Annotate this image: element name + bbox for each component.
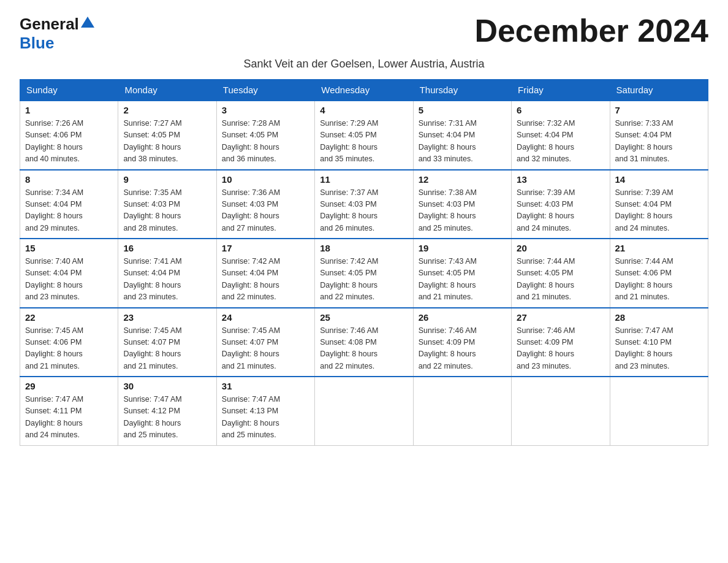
calendar-cell <box>610 377 708 445</box>
day-info: Sunrise: 7:33 AM Sunset: 4:04 PM Dayligh… <box>615 118 703 166</box>
daylight-label: Daylight: 8 hours <box>320 143 377 151</box>
day-number: 8 <box>25 174 113 185</box>
day-number: 9 <box>123 174 211 185</box>
daylight-label: Daylight: 8 hours <box>222 212 279 220</box>
sunrise-time: 7:42 AM <box>351 257 379 266</box>
day-number: 11 <box>320 174 408 185</box>
sunrise-time: 7:26 AM <box>55 119 83 128</box>
daylight-label: Daylight: 8 hours <box>222 281 279 289</box>
sunrise-label: Sunrise: <box>25 257 55 266</box>
sunrise-label: Sunrise: <box>123 257 153 266</box>
sunrise-label: Sunrise: <box>25 188 55 197</box>
daylight-label: Daylight: 8 hours <box>517 350 574 358</box>
sunrise-time: 7:38 AM <box>449 188 477 197</box>
daylight-minutes: and 38 minutes. <box>123 155 178 163</box>
daylight-minutes: and 33 minutes. <box>419 155 473 163</box>
sunrise-time: 7:44 AM <box>645 257 673 266</box>
sunrise-time: 7:46 AM <box>449 326 477 335</box>
day-info: Sunrise: 7:34 AM Sunset: 4:04 PM Dayligh… <box>25 187 113 235</box>
calendar-cell: 31 Sunrise: 7:47 AM Sunset: 4:13 PM Dayl… <box>216 377 314 445</box>
day-info: Sunrise: 7:32 AM Sunset: 4:04 PM Dayligh… <box>517 118 604 166</box>
daylight-minutes: and 24 minutes. <box>517 224 571 232</box>
sunset-time: 4:03 PM <box>250 200 279 209</box>
day-number: 13 <box>517 174 604 185</box>
sunset-label: Sunset: <box>419 131 447 139</box>
location-subtitle: Sankt Veit an der Goelsen, Lower Austria… <box>20 58 708 71</box>
sunrise-label: Sunrise: <box>320 188 350 197</box>
day-number: 22 <box>25 312 113 323</box>
day-info: Sunrise: 7:47 AM Sunset: 4:11 PM Dayligh… <box>25 394 113 442</box>
calendar-cell: 15 Sunrise: 7:40 AM Sunset: 4:04 PM Dayl… <box>20 239 118 308</box>
calendar-header-row: Sunday Monday Tuesday Wednesday Thursday… <box>20 80 708 101</box>
day-number: 20 <box>517 243 604 253</box>
sunset-time: 4:04 PM <box>643 131 672 139</box>
day-number: 28 <box>615 312 703 323</box>
sunset-label: Sunset: <box>320 131 348 139</box>
sunrise-label: Sunrise: <box>222 395 252 404</box>
daylight-minutes: and 21 minutes. <box>615 293 670 301</box>
sunrise-label: Sunrise: <box>615 257 645 266</box>
sunrise-label: Sunrise: <box>320 326 350 335</box>
day-info: Sunrise: 7:35 AM Sunset: 4:03 PM Dayligh… <box>123 187 211 235</box>
sunset-label: Sunset: <box>222 200 250 209</box>
day-number: 31 <box>222 381 309 391</box>
calendar-cell: 13 Sunrise: 7:39 AM Sunset: 4:03 PM Dayl… <box>512 170 610 239</box>
logo-general: General <box>20 15 79 34</box>
sunrise-time: 7:39 AM <box>547 188 575 197</box>
daylight-label: Daylight: 8 hours <box>25 281 83 289</box>
daylight-label: Daylight: 8 hours <box>25 212 83 220</box>
sunset-time: 4:13 PM <box>250 407 279 415</box>
day-number: 17 <box>222 243 309 253</box>
daylight-label: Daylight: 8 hours <box>25 419 83 427</box>
day-info: Sunrise: 7:29 AM Sunset: 4:05 PM Dayligh… <box>320 118 408 166</box>
day-info: Sunrise: 7:45 AM Sunset: 4:06 PM Dayligh… <box>25 325 113 373</box>
col-wednesday: Wednesday <box>315 80 413 101</box>
daylight-label: Daylight: 8 hours <box>517 212 574 220</box>
day-number: 26 <box>419 312 506 323</box>
daylight-label: Daylight: 8 hours <box>419 212 476 220</box>
sunset-time: 4:05 PM <box>447 269 476 277</box>
calendar-cell: 25 Sunrise: 7:46 AM Sunset: 4:08 PM Dayl… <box>315 308 413 377</box>
day-info: Sunrise: 7:31 AM Sunset: 4:04 PM Dayligh… <box>419 118 506 166</box>
daylight-label: Daylight: 8 hours <box>222 143 279 151</box>
sunset-time: 4:04 PM <box>53 200 82 209</box>
sunset-time: 4:04 PM <box>545 131 574 139</box>
sunset-time: 4:03 PM <box>151 200 180 209</box>
sunrise-time: 7:44 AM <box>547 257 575 266</box>
month-title: December 2024 <box>474 15 708 47</box>
sunset-label: Sunset: <box>123 338 151 347</box>
day-number: 16 <box>123 243 211 253</box>
sunset-time: 4:03 PM <box>545 200 574 209</box>
day-number: 24 <box>222 312 309 323</box>
logo-triangle-icon <box>81 17 94 30</box>
sunset-time: 4:05 PM <box>151 131 180 139</box>
calendar-cell: 11 Sunrise: 7:37 AM Sunset: 4:03 PM Dayl… <box>315 170 413 239</box>
sunrise-time: 7:39 AM <box>645 188 673 197</box>
calendar-cell: 9 Sunrise: 7:35 AM Sunset: 4:03 PM Dayli… <box>118 170 216 239</box>
calendar-cell: 7 Sunrise: 7:33 AM Sunset: 4:04 PM Dayli… <box>610 101 708 170</box>
calendar-cell: 28 Sunrise: 7:47 AM Sunset: 4:10 PM Dayl… <box>610 308 708 377</box>
sunrise-label: Sunrise: <box>320 257 350 266</box>
col-tuesday: Tuesday <box>216 80 314 101</box>
sunrise-time: 7:43 AM <box>449 257 477 266</box>
daylight-minutes: and 21 minutes. <box>222 362 276 370</box>
daylight-minutes: and 28 minutes. <box>123 224 178 232</box>
sunrise-label: Sunrise: <box>517 119 547 128</box>
daylight-minutes: and 21 minutes. <box>123 362 178 370</box>
daylight-minutes: and 22 minutes. <box>419 362 473 370</box>
sunset-label: Sunset: <box>615 200 643 209</box>
sunset-time: 4:06 PM <box>53 131 82 139</box>
sunrise-time: 7:47 AM <box>645 326 673 335</box>
sunrise-time: 7:33 AM <box>645 119 673 128</box>
daylight-label: Daylight: 8 hours <box>615 212 673 220</box>
day-number: 3 <box>222 105 309 115</box>
sunset-label: Sunset: <box>222 131 250 139</box>
daylight-minutes: and 40 minutes. <box>25 155 80 163</box>
daylight-minutes: and 22 minutes. <box>320 293 374 301</box>
sunset-label: Sunset: <box>222 269 250 277</box>
sunrise-time: 7:37 AM <box>351 188 379 197</box>
col-monday: Monday <box>118 80 216 101</box>
sunrise-label: Sunrise: <box>419 119 449 128</box>
day-info: Sunrise: 7:42 AM Sunset: 4:05 PM Dayligh… <box>320 256 408 304</box>
daylight-minutes: and 23 minutes. <box>517 362 571 370</box>
